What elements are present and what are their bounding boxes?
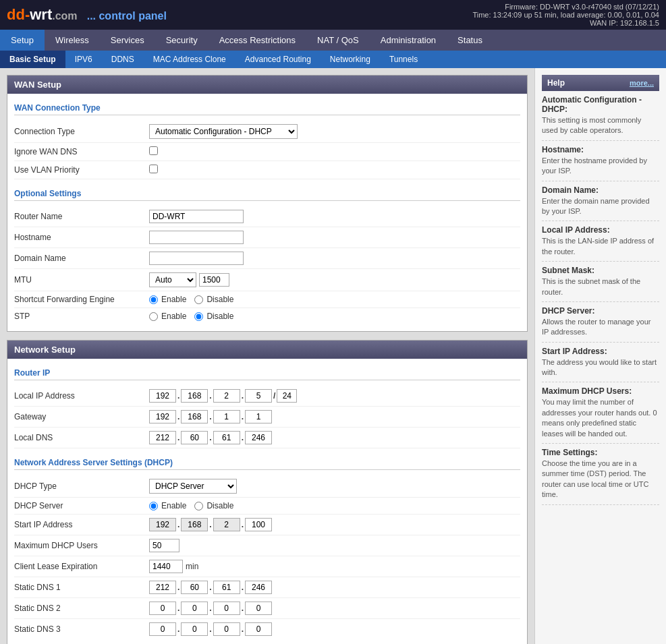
gateway-a[interactable] xyxy=(149,410,176,423)
local-ip-c[interactable] xyxy=(213,389,240,403)
static-dns3-label: Static DNS 3 xyxy=(14,624,149,634)
local-ip-group: . . . / xyxy=(149,389,520,403)
static-dns3-c[interactable] xyxy=(213,622,240,636)
static-dns2-c[interactable] xyxy=(213,602,240,615)
connection-type-select[interactable]: Automatic Configuration - DHCP xyxy=(149,124,298,139)
use-vlan-priority-checkbox[interactable] xyxy=(149,165,158,173)
logo-com: .com xyxy=(52,10,77,22)
gateway-d[interactable] xyxy=(245,410,272,423)
use-vlan-priority-control xyxy=(149,165,520,175)
subnav-ipv6[interactable]: IPV6 xyxy=(65,51,102,68)
sfe-disable-label: Disable xyxy=(194,295,233,304)
nav-security[interactable]: Security xyxy=(155,30,209,51)
mtu-control: Auto Manual xyxy=(149,272,520,287)
use-vlan-priority-row: Use VLAN Priority xyxy=(14,161,520,179)
start-ip-a[interactable] xyxy=(149,518,176,531)
wan-setup-header: WAN Setup xyxy=(7,76,527,94)
static-dns3-b[interactable] xyxy=(181,622,208,636)
sfe-enable-radio[interactable] xyxy=(149,295,158,304)
static-dns1-group: . . . xyxy=(149,581,520,594)
dhcp-type-label: DHCP Type xyxy=(14,481,149,491)
client-lease-input[interactable] xyxy=(149,560,183,573)
static-dns1-b[interactable] xyxy=(181,581,208,594)
local-dns-ip-group: . . . xyxy=(149,431,520,444)
mtu-type-select[interactable]: Auto Manual xyxy=(149,272,196,287)
hostname-label: Hostname xyxy=(14,233,149,242)
hostname-control xyxy=(149,231,520,244)
max-dhcp-users-input[interactable] xyxy=(149,539,179,552)
wan-ip-info: WAN IP: 192.168.1.5 xyxy=(472,19,659,27)
subnav-advanced-routing[interactable]: Advanced Routing xyxy=(235,51,321,68)
subnav-basic-setup[interactable]: Basic Setup xyxy=(0,51,65,68)
time-info: Time: 13:24:09 up 51 min, load average: … xyxy=(472,11,659,19)
local-ip-control: . . . / xyxy=(149,389,520,403)
nav-nat-qos[interactable]: NAT / QoS xyxy=(306,30,370,51)
dhcp-type-select[interactable]: DHCP Server xyxy=(149,479,237,494)
gateway-c[interactable] xyxy=(213,410,240,423)
dhcp-disable-label: Disable xyxy=(194,501,233,510)
help-more-link[interactable]: more... xyxy=(630,79,654,87)
static-dns1-c[interactable] xyxy=(213,581,240,594)
nav-status[interactable]: Status xyxy=(447,30,493,51)
help-item-title-2: Domain Name: xyxy=(542,185,659,195)
start-ip-c[interactable] xyxy=(213,518,240,531)
subnav-tunnels[interactable]: Tunnels xyxy=(380,51,427,68)
help-item-3: Local IP Address:This is the LAN-side IP… xyxy=(542,221,659,262)
dhcp-server-label: DHCP Server xyxy=(14,501,149,510)
ignore-wan-dns-label: Ignore WAN DNS xyxy=(14,147,149,156)
nav-administration[interactable]: Administration xyxy=(370,30,447,51)
local-dns-b[interactable] xyxy=(181,431,208,444)
static-dns2-d[interactable] xyxy=(245,602,272,615)
gateway-label: Gateway xyxy=(14,412,149,421)
start-ip-d[interactable] xyxy=(245,518,272,531)
local-dns-d[interactable] xyxy=(245,431,272,444)
mtu-group: Auto Manual xyxy=(149,272,520,287)
router-ip-title: Router IP xyxy=(14,368,520,380)
nav-wireless[interactable]: Wireless xyxy=(45,30,100,51)
local-dns-c[interactable] xyxy=(213,431,240,444)
hostname-input[interactable] xyxy=(149,231,244,244)
static-dns2-b[interactable] xyxy=(181,602,208,615)
nav-access-restrictions[interactable]: Access Restrictions xyxy=(209,30,306,51)
local-ip-b[interactable] xyxy=(181,389,208,403)
gateway-b[interactable] xyxy=(181,410,208,423)
nav-services[interactable]: Services xyxy=(100,30,155,51)
dhcp-enable-radio[interactable] xyxy=(149,502,158,510)
local-ip-d[interactable] xyxy=(245,389,272,403)
network-setup-section: Network Setup Router IP Local IP Address… xyxy=(7,340,528,644)
help-item-title-1: Hostname: xyxy=(542,145,659,154)
local-ip-prefix[interactable] xyxy=(277,389,297,403)
ignore-wan-dns-checkbox[interactable] xyxy=(149,146,158,155)
start-ip-b[interactable] xyxy=(181,518,208,531)
local-ip-a[interactable] xyxy=(149,389,176,403)
static-dns1-d[interactable] xyxy=(245,581,272,594)
subnav-networking[interactable]: Networking xyxy=(321,51,380,68)
mtu-label: MTU xyxy=(14,275,149,285)
start-ip-row: Start IP Address . . . xyxy=(14,515,520,535)
domain-name-label: Domain Name xyxy=(14,254,149,263)
static-dns1-a[interactable] xyxy=(149,581,176,594)
static-dns3-a[interactable] xyxy=(149,622,176,636)
start-ip-label: Start IP Address xyxy=(14,520,149,529)
connection-type-row: Connection Type Automatic Configuration … xyxy=(14,121,520,143)
mtu-value-input[interactable] xyxy=(199,273,229,287)
static-dns2-a[interactable] xyxy=(149,602,176,615)
content-area: WAN Setup WAN Connection Type Connection… xyxy=(0,68,534,644)
local-dns-label: Local DNS xyxy=(14,433,149,442)
subnav-ddns[interactable]: DDNS xyxy=(102,51,144,68)
local-dns-a[interactable] xyxy=(149,431,176,444)
help-item-text-0: This setting is most commonly used by ca… xyxy=(542,115,659,136)
dhcp-disable-radio[interactable] xyxy=(194,502,203,510)
router-name-input[interactable] xyxy=(149,210,244,223)
sfe-disable-radio[interactable] xyxy=(194,295,203,304)
client-lease-control: min xyxy=(149,560,520,573)
subnav-mac-address-clone[interactable]: MAC Address Clone xyxy=(144,51,235,68)
stp-disable-radio[interactable] xyxy=(194,312,203,321)
nav-setup[interactable]: Setup xyxy=(0,30,45,51)
domain-name-input[interactable] xyxy=(149,252,244,265)
help-item-title-4: Subnet Mask: xyxy=(542,266,659,275)
help-item-8: Time Settings:Choose the time you are in… xyxy=(542,444,659,505)
stp-enable-radio[interactable] xyxy=(149,312,158,321)
static-dns3-d[interactable] xyxy=(245,622,272,636)
sfe-label: Shortcut Forwarding Engine xyxy=(14,295,149,304)
